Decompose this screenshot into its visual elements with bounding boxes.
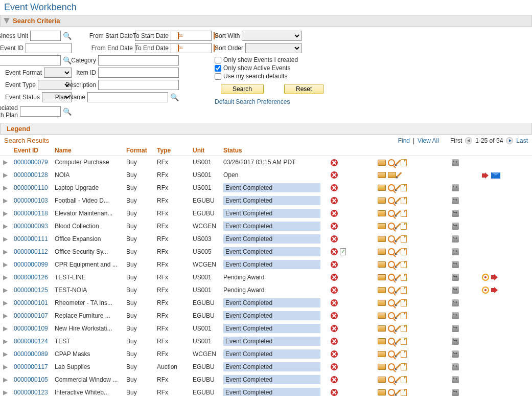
book-icon[interactable] — [378, 223, 386, 229]
book-icon[interactable] — [378, 249, 386, 255]
notify-icon[interactable] — [452, 389, 459, 396]
event-id-input[interactable] — [26, 43, 72, 53]
to-start-date-input[interactable] — [171, 31, 212, 41]
speaker-icon[interactable] — [482, 172, 489, 179]
checkin-icon[interactable] — [340, 248, 346, 255]
notify-icon[interactable] — [452, 159, 459, 166]
notify-icon[interactable] — [452, 235, 459, 243]
event-id-link[interactable]: 0000000093 — [14, 223, 48, 230]
edit-icon[interactable] — [395, 300, 401, 306]
edit-icon[interactable] — [395, 325, 401, 332]
doc-icon[interactable] — [401, 376, 407, 383]
reset-button[interactable]: Reset — [284, 84, 323, 94]
edit-icon[interactable] — [396, 172, 402, 178]
book-icon[interactable] — [378, 351, 386, 357]
expand-row-icon[interactable]: ▶ — [3, 376, 8, 383]
doc-icon[interactable] — [401, 210, 407, 217]
book-icon[interactable] — [378, 185, 386, 191]
collapse-icon[interactable] — [4, 18, 10, 24]
notify-icon[interactable] — [452, 350, 459, 358]
expand-row-icon[interactable]: ▶ — [3, 184, 8, 191]
book-icon[interactable] — [378, 172, 386, 178]
doc-icon[interactable] — [401, 184, 407, 191]
edit-icon[interactable] — [395, 313, 401, 319]
event-id-link[interactable]: 0000000103 — [14, 197, 48, 204]
doc-icon[interactable] — [401, 312, 407, 319]
edit-icon[interactable] — [395, 389, 401, 395]
book-icon[interactable] — [378, 377, 386, 383]
last-link[interactable]: Last — [516, 137, 528, 144]
event-id-link[interactable]: 0000000110 — [14, 184, 48, 191]
edit-icon[interactable] — [395, 338, 401, 344]
cancel-icon[interactable] — [331, 274, 338, 281]
notify-icon[interactable] — [452, 376, 459, 383]
notify-icon[interactable] — [452, 363, 459, 370]
cancel-icon[interactable] — [331, 299, 338, 306]
event-id-link[interactable]: 0000000109 — [14, 325, 48, 332]
doc-icon[interactable] — [401, 287, 407, 294]
book-icon[interactable] — [378, 338, 386, 344]
cancel-icon[interactable] — [331, 312, 338, 319]
doc-icon[interactable] — [401, 235, 407, 243]
find-link[interactable]: Find — [398, 137, 410, 144]
cancel-icon[interactable] — [331, 210, 338, 217]
edit-icon[interactable] — [395, 261, 401, 268]
notify-icon[interactable] — [452, 299, 459, 306]
expand-row-icon[interactable]: ▶ — [3, 350, 8, 358]
doc-icon[interactable] — [401, 389, 407, 396]
doc-icon[interactable] — [401, 159, 407, 166]
edit-icon[interactable] — [395, 197, 401, 204]
sort-with-select[interactable] — [242, 31, 302, 41]
cancel-icon[interactable] — [331, 287, 338, 294]
cancel-icon[interactable] — [331, 235, 338, 243]
cancel-icon[interactable] — [331, 338, 338, 345]
calendar-icon[interactable] — [178, 45, 179, 52]
notify-icon[interactable] — [452, 261, 459, 268]
use-defaults-checkbox[interactable]: Use my search defaults — [215, 73, 302, 80]
prev-icon[interactable] — [465, 137, 472, 144]
cancel-icon[interactable] — [331, 350, 338, 358]
book-icon[interactable] — [378, 325, 386, 332]
doc-icon[interactable] — [401, 338, 407, 345]
book-icon[interactable] — [378, 160, 386, 166]
edit-icon[interactable] — [395, 210, 401, 216]
next-icon[interactable] — [506, 137, 513, 144]
event-id-link[interactable]: 0000000107 — [14, 312, 48, 319]
book-icon[interactable] — [378, 300, 386, 306]
notify-icon[interactable] — [452, 210, 459, 217]
event-id-link[interactable]: 0000000128 — [14, 171, 48, 179]
edit-icon[interactable] — [395, 377, 401, 383]
doc-icon[interactable] — [401, 223, 407, 230]
doc-icon[interactable] — [401, 299, 407, 306]
notify-icon[interactable] — [452, 287, 459, 294]
search-button[interactable]: Search — [221, 84, 264, 94]
speaker-icon[interactable] — [491, 287, 498, 293]
edit-icon[interactable] — [395, 287, 401, 293]
notify-icon[interactable] — [452, 312, 459, 319]
cancel-icon[interactable] — [331, 184, 338, 191]
book-icon[interactable] — [378, 364, 386, 370]
notify-icon[interactable] — [452, 223, 459, 230]
event-id-link[interactable]: 0000000112 — [14, 248, 48, 255]
notify-icon[interactable] — [452, 197, 459, 204]
sort-order-select[interactable] — [245, 43, 302, 53]
book-icon[interactable] — [378, 313, 386, 319]
event-id-link[interactable]: 0000000111 — [14, 235, 48, 243]
collab-icon[interactable] — [482, 274, 489, 281]
book-icon[interactable] — [378, 287, 386, 293]
doc-icon[interactable] — [401, 274, 407, 281]
expand-row-icon[interactable]: ▶ — [3, 299, 8, 306]
edit-icon[interactable] — [395, 223, 401, 229]
edit-icon[interactable] — [395, 160, 401, 166]
expand-row-icon[interactable]: ▶ — [3, 248, 8, 255]
edit-icon[interactable] — [395, 364, 401, 370]
expand-row-icon[interactable]: ▶ — [3, 159, 8, 166]
doc-icon[interactable] — [401, 248, 407, 255]
cancel-icon[interactable] — [331, 223, 338, 230]
cancel-icon[interactable] — [331, 159, 338, 166]
event-id-link[interactable]: 0000000125 — [14, 287, 48, 294]
cancel-icon[interactable] — [331, 197, 338, 204]
cancel-icon[interactable] — [331, 171, 338, 179]
event-id-link[interactable]: 0000000089 — [14, 350, 48, 358]
to-end-date-input[interactable] — [171, 43, 212, 53]
